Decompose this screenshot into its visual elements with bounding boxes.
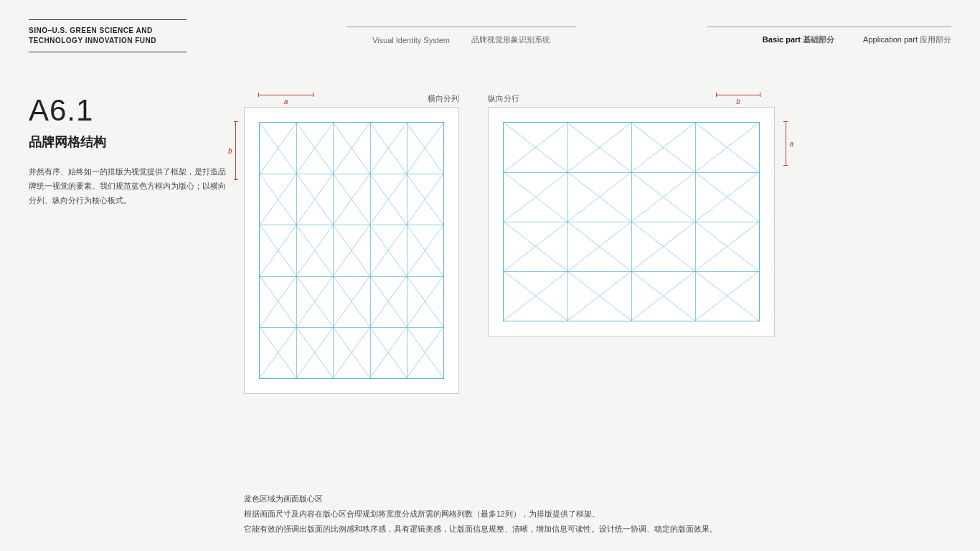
portrait-label: 横向分列 — [428, 93, 459, 104]
header-center-line — [347, 27, 576, 27]
section-desc: 井然有序、始终如一的排版为视觉提供了框架，是打造品牌统一视觉的要素。我们规范蓝色… — [29, 165, 230, 207]
landscape-inner-grid — [503, 122, 760, 321]
diagrams-area: 横向分列 a b — [244, 93, 951, 537]
landscape-label: 纵向分行 — [488, 93, 519, 104]
landscape-diagonals — [504, 123, 759, 321]
dim-b-left: b — [228, 121, 238, 180]
footer-text: 蓝色区域为画面版心区 根据画面尺寸及内容在版心区合理规划将宽度分成所需的网格列数… — [244, 491, 951, 537]
portrait-diagonals — [260, 123, 443, 378]
logo-area: SINO–U.S. GREEN SCIENCE AND TECHNOLOGY I… — [29, 19, 215, 52]
header-titles: Visual Identity System 品牌视觉形象识别系统 — [372, 34, 550, 45]
dim-a-top: a — [258, 93, 314, 105]
dim-a-right-landscape: a — [783, 121, 793, 166]
portrait-wrapper: a b — [244, 107, 459, 394]
footer-line1: 蓝色区域为画面版心区 — [244, 491, 951, 507]
logo-text: SINO–U.S. GREEN SCIENCE AND TECHNOLOGY I… — [29, 26, 215, 46]
left-panel: A6.1 品牌网格结构 井然有序、始终如一的排版为视觉提供了框架，是打造品牌统一… — [29, 93, 244, 537]
footer-line2: 根据画面尺寸及内容在版心区合理规划将宽度分成所需的网格列数（最多12列），为排版… — [244, 507, 951, 522]
section-code: A6.1 — [29, 93, 230, 128]
dim-b-top-landscape: b — [716, 93, 760, 105]
landscape-diagram: 纵向分行 b — [488, 93, 775, 336]
landscape-wrapper: b a — [488, 107, 775, 336]
header-center: Visual Identity System 品牌视觉形象识别系统 — [215, 27, 707, 45]
nav-basic[interactable]: Basic part 基础部分 — [763, 34, 834, 45]
vis-en-label: Visual Identity System — [372, 36, 450, 44]
nav-application[interactable]: Application part 应用部分 — [863, 34, 951, 45]
logo-top-line — [29, 19, 187, 20]
vis-cn-label: 品牌视觉形象识别系统 — [471, 34, 550, 45]
header: SINO–U.S. GREEN SCIENCE AND TECHNOLOGY I… — [0, 0, 980, 72]
portrait-grid — [244, 107, 459, 394]
logo-bottom-line — [29, 52, 187, 52]
portrait-inner-grid — [259, 122, 444, 379]
footer-line3: 它能有效的强调出版面的比例感和秩序感，具有逻辑美感，让版面信息规整、清晰，增加信… — [244, 522, 951, 537]
landscape-grid — [488, 107, 775, 336]
diagrams-row: 横向分列 a b — [244, 93, 951, 480]
portrait-diagram: 横向分列 a b — [244, 93, 459, 394]
header-nav: Basic part 基础部分 Application part 应用部分 — [707, 27, 951, 45]
main-content: A6.1 品牌网格结构 井然有序、始终如一的排版为视觉提供了框架，是打造品牌统一… — [0, 72, 980, 551]
section-title: 品牌网格结构 — [29, 133, 230, 151]
